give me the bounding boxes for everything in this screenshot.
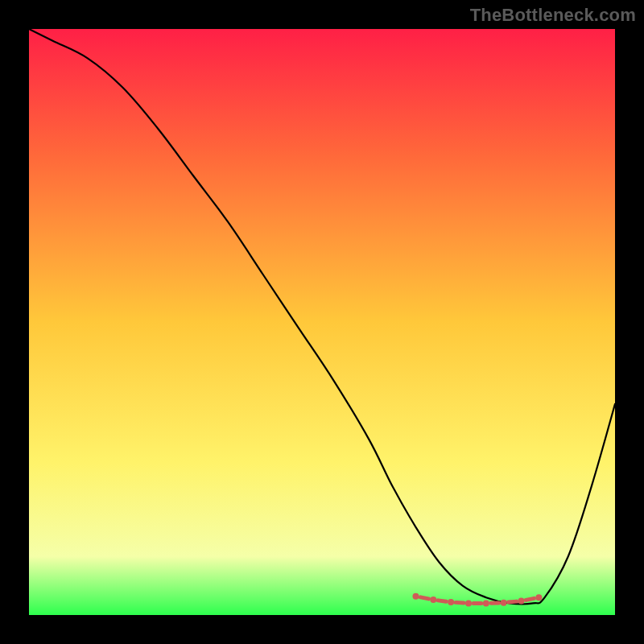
marker-dash xyxy=(438,601,446,601)
chart-frame: TheBottleneck.com xyxy=(0,0,644,644)
watermark-text: TheBottleneck.com xyxy=(470,5,636,26)
plot-area xyxy=(29,29,615,615)
marker-dash xyxy=(526,598,534,600)
marker-dot xyxy=(430,597,436,603)
marker-dot xyxy=(448,599,454,605)
chart-svg xyxy=(29,29,615,615)
marker-dash xyxy=(420,597,428,599)
marker-dot xyxy=(501,600,507,606)
marker-dot xyxy=(483,600,489,606)
marker-dot xyxy=(412,593,419,600)
marker-dash xyxy=(456,602,464,603)
marker-dot xyxy=(465,600,472,606)
marker-dot xyxy=(535,594,542,601)
marker-dot xyxy=(518,598,525,605)
marker-dash xyxy=(509,601,517,602)
gradient-rect xyxy=(29,29,615,615)
